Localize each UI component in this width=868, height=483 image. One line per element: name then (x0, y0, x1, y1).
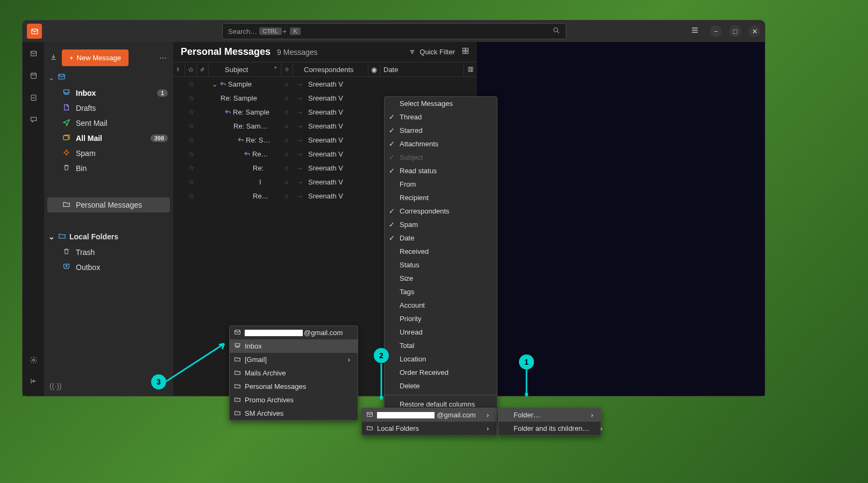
spam-icon (62, 148, 70, 158)
star-column-icon[interactable]: ☆ (185, 62, 197, 76)
ctx-col-location[interactable]: Location (385, 352, 497, 366)
ctx-col-order-received[interactable]: Order Received (385, 366, 497, 379)
column-header: ☆ Subject ˄ Correspondents ◉ Date (173, 62, 477, 77)
column-picker-icon[interactable] (464, 62, 477, 76)
titlebar: Search… CTRL + K − □ ✕ (23, 20, 765, 42)
subject-column-header[interactable]: Subject ˄ (209, 62, 281, 76)
svg-rect-14 (472, 67, 473, 72)
kebab-icon[interactable]: ⋯ (159, 54, 168, 62)
sidebar-item-personal-messages[interactable]: Personal Messages (47, 197, 170, 212)
search-placeholder: Search… (228, 27, 257, 35)
ctx-select-messages[interactable]: Select Messages (385, 97, 497, 110)
ctx-col-priority[interactable]: Priority (385, 312, 497, 325)
date-column-header[interactable]: Date (380, 62, 464, 76)
sidebar-item-trash[interactable]: Trash (44, 245, 173, 260)
plus-icon: + (69, 54, 74, 62)
get-messages-icon[interactable] (49, 53, 58, 63)
close-button[interactable]: ✕ (749, 25, 760, 37)
ctx-col-from[interactable]: From (385, 177, 497, 191)
ctx-col-subject: ✓Subject (385, 151, 497, 164)
correspondents-column-header[interactable]: Correspondents (293, 62, 368, 76)
thread-column-icon[interactable] (173, 62, 185, 76)
column-context-menu: Select Messages ✓Thread✓Starred✓Attachme… (384, 96, 497, 425)
ctx-col-status[interactable]: Status (385, 258, 497, 272)
mail-rail-icon[interactable] (30, 49, 38, 60)
chevron-right-icon: › (476, 411, 489, 419)
ctx-col-unread[interactable]: Unread (385, 325, 497, 339)
ctx-col-delete[interactable]: Delete (385, 379, 497, 393)
svg-point-1 (554, 28, 558, 32)
submenu-account-header[interactable]: @gmail.com (230, 326, 358, 339)
sidebar-item-inbox[interactable]: Inbox 1 (44, 86, 173, 101)
all-mail-badge: 398 (151, 134, 168, 142)
settings-rail-icon[interactable] (30, 356, 38, 366)
new-message-button[interactable]: + New Message (62, 49, 129, 66)
sidebar-item-drafts[interactable]: Drafts (44, 101, 173, 116)
annotation-badge-1: 1 (519, 354, 534, 370)
ctx-col-attachments[interactable]: ✓Attachments (385, 137, 497, 151)
ctx-col-thread[interactable]: ✓Thread (385, 110, 497, 124)
local-folders-section[interactable]: ⌄ Local Folders (44, 229, 173, 245)
svg-rect-8 (463, 48, 465, 51)
submenu-local-folders[interactable]: Local Folders › (362, 422, 496, 435)
svg-rect-7 (63, 136, 68, 140)
sidebar-item-all-mail[interactable]: All Mail 398 (44, 131, 173, 146)
account-header[interactable]: ⌄ (44, 69, 173, 86)
spam-column-icon[interactable] (281, 62, 293, 76)
redacted-email (245, 330, 303, 336)
ctx-col-size[interactable]: Size (385, 272, 497, 285)
sidebar-item-bin[interactable]: Bin (44, 161, 173, 176)
ctx-col-tags[interactable]: Tags (385, 285, 497, 299)
attach-column-icon[interactable] (197, 62, 209, 76)
sidebar-item-spam[interactable]: Spam (44, 146, 173, 161)
folder-icon (366, 424, 373, 433)
submenu-folder--gmail-[interactable]: [Gmail]› (230, 353, 358, 366)
chat-rail-icon[interactable] (30, 116, 38, 126)
submenu-folder-promo-archives[interactable]: Promo Archives (230, 393, 358, 407)
submenu-folder[interactable]: Folder… › (499, 408, 601, 422)
minimize-button[interactable]: − (710, 25, 722, 37)
calendar-rail-icon[interactable] (30, 72, 38, 82)
ctx-col-recipient[interactable]: Recipient (385, 191, 497, 204)
sidebar-item-outbox[interactable]: Outbox (44, 260, 173, 275)
ctx-col-total[interactable]: Total (385, 339, 497, 352)
ctx-col-correspondents[interactable]: ✓Correspondents (385, 204, 497, 218)
tasks-rail-icon[interactable] (30, 94, 38, 104)
folder-icon (62, 200, 70, 210)
account-mail-icon (58, 73, 66, 82)
submenu-folder-inbox[interactable]: Inbox (230, 339, 358, 353)
chevron-right-icon: › (589, 424, 602, 432)
submenu-folder-sm-archives[interactable]: SM Archives (230, 407, 358, 420)
hamburger-icon[interactable] (691, 26, 699, 37)
trash-icon (62, 247, 70, 257)
mail-icon (366, 411, 373, 420)
submenu-gmail-account[interactable]: @gmail.com › (362, 408, 496, 422)
ctx-col-read-status[interactable]: ✓Read status (385, 164, 497, 177)
quick-filter-button[interactable]: Quick Filter (408, 48, 455, 56)
ctx-col-date[interactable]: ✓Date (385, 231, 497, 245)
submenu-folder-children[interactable]: Folder and its children… › (499, 422, 601, 435)
display-options-icon[interactable] (461, 47, 469, 57)
chevron-down-icon: ⌄ (48, 232, 55, 241)
maximize-button[interactable]: □ (729, 25, 741, 37)
search-input[interactable]: Search… CTRL + K (222, 23, 566, 39)
inbox-badge: 1 (157, 89, 168, 97)
read-column-icon[interactable]: ◉ (368, 62, 380, 76)
folder-scope-submenu: Folder… › Folder and its children… › (498, 408, 601, 436)
ctx-col-received[interactable]: Received (385, 245, 497, 258)
collapse-rail-icon[interactable] (30, 377, 38, 387)
ctx-col-account[interactable]: Account (385, 299, 497, 312)
mail-icon (234, 329, 241, 337)
redacted-email (377, 412, 435, 418)
ctx-col-starred[interactable]: ✓Starred (385, 124, 497, 137)
ctx-col-spam[interactable]: ✓Spam (385, 218, 497, 231)
svg-rect-12 (468, 67, 470, 72)
submenu-folder-personal-messages[interactable]: Personal Messages (230, 380, 358, 393)
kbd-k: K (290, 27, 301, 35)
sort-asc-icon: ˄ (274, 66, 278, 74)
page-title: Personal Messages (181, 46, 271, 58)
submenu-folder-mails-archive[interactable]: Mails Archive (230, 366, 358, 380)
table-row[interactable]: ☆⌄Sample○→Sreenath V (173, 77, 477, 91)
sidebar-item-sent[interactable]: Sent Mail (44, 116, 173, 131)
kbd-ctrl: CTRL (259, 27, 281, 35)
